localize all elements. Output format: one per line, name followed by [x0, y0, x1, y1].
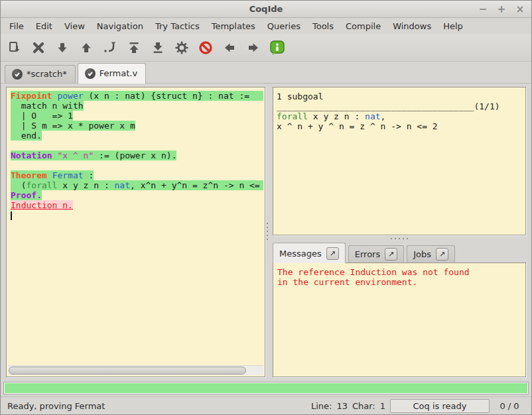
tab-jobs[interactable]: Jobs ↗: [407, 245, 455, 263]
script-pane: Fixpoint power (x n : nat) {struct n} : …: [6, 87, 265, 377]
tab-label: *scratch*: [27, 69, 67, 79]
token: nat: [365, 111, 380, 121]
next-icon[interactable]: [245, 38, 262, 57]
message-tab-bar: Messages ↗ Errors ↗ Jobs ↗: [273, 242, 526, 263]
restart-icon[interactable]: [125, 38, 143, 57]
maximize-button[interactable]: +: [496, 3, 507, 15]
code-line: x ^ n + y ^ n = z ^ n -> n <= 2: [277, 121, 523, 131]
token: "x ^ n": [57, 150, 94, 160]
interrupt-icon[interactable]: [197, 38, 214, 57]
tab-errors[interactable]: Errors ↗: [348, 245, 404, 263]
tab-scratch[interactable]: *scratch*: [5, 65, 76, 83]
menu-windows[interactable]: Windows: [387, 20, 437, 32]
tab-messages[interactable]: Messages ↗: [273, 243, 346, 263]
goto-cursor-icon[interactable]: [101, 38, 119, 57]
line-segment: Theorem Fermat :: [11, 170, 94, 180]
line-segment: | O => 1: [11, 111, 73, 121]
fully-check-icon[interactable]: [173, 38, 190, 57]
previous-icon[interactable]: [221, 38, 238, 57]
window-title: CoqIde: [249, 4, 283, 14]
line-segment: match n with: [11, 101, 84, 111]
token: Fermat: [52, 170, 84, 180]
line-segment: Notation "x ^ n" := (power x n).: [11, 150, 176, 160]
editor-tab-bar: *scratch* Fermat.v: [1, 62, 531, 84]
code-line: (forall x y z n : nat, x^n + y^n = z^n -…: [11, 180, 263, 190]
menu-help[interactable]: Help: [437, 20, 469, 32]
token: forall: [277, 111, 308, 121]
menu-edit[interactable]: Edit: [30, 20, 58, 32]
menu-templates[interactable]: Templates: [206, 20, 261, 32]
token: forall: [26, 180, 57, 190]
goto-end-icon[interactable]: [149, 38, 166, 57]
menu-file[interactable]: File: [3, 20, 30, 32]
progress-zone: [1, 380, 531, 396]
progress-fill: [5, 383, 527, 393]
token: 1 subgoal: [277, 91, 323, 101]
token: , x^n + y^n = z^n -> n <=: [130, 180, 260, 190]
save-icon[interactable]: [6, 38, 23, 57]
code-line: | S m => x * power x m: [11, 121, 263, 131]
char-value: 1: [380, 401, 385, 411]
text-caret: [11, 211, 12, 220]
token: := (power x n).: [94, 150, 176, 160]
code-line: | O => 1: [11, 111, 263, 121]
horizontal-scrollbar[interactable]: [8, 365, 263, 375]
line-segment: [11, 210, 12, 220]
menu-view[interactable]: View: [58, 20, 91, 32]
token: :: [84, 170, 94, 180]
line-segment: end.: [11, 131, 42, 141]
code-line: [11, 160, 263, 170]
token: Proof.: [11, 190, 42, 200]
line-segment: | S m => x * power x m: [11, 121, 135, 131]
menu-compile[interactable]: Compile: [340, 20, 387, 32]
menu-navigation[interactable]: Navigation: [91, 20, 149, 32]
detach-icon[interactable]: ↗: [385, 248, 397, 261]
vertical-splitter[interactable]: [267, 223, 268, 240]
token: Fixpoint: [11, 91, 52, 101]
minimize-button[interactable]: −: [477, 3, 489, 15]
step-backward-icon[interactable]: [78, 38, 95, 57]
token: (1/1): [474, 101, 499, 111]
coq-status: Coq is ready: [390, 399, 490, 413]
scrollbar-thumb[interactable]: [9, 367, 246, 375]
about-icon[interactable]: [269, 38, 286, 57]
line-segment: Induction n.: [11, 200, 73, 210]
token: | O => 1: [11, 111, 73, 121]
menu-tools[interactable]: Tools: [306, 20, 340, 32]
tab-fermat[interactable]: Fermat.v: [78, 63, 146, 84]
code-area[interactable]: Fixpoint power (x n : nat) {struct n} : …: [8, 91, 263, 363]
menu-queries[interactable]: Queries: [261, 20, 306, 32]
token: (x n : nat) {struct n} : nat :=: [84, 91, 249, 101]
line-segment: x ^ n + y ^ n = z ^ n -> n <= 2: [277, 121, 438, 131]
line-label: Line:: [311, 401, 332, 411]
message-line: in the current environment.: [277, 277, 523, 287]
code-line: Proof.: [11, 190, 263, 200]
step-forward-icon[interactable]: [54, 38, 71, 57]
goal-pane: 1 subgoal_______________________________…: [273, 87, 526, 235]
close-button[interactable]: ×: [514, 3, 526, 15]
char-label: Char:: [352, 401, 375, 411]
detach-icon[interactable]: ↗: [326, 247, 339, 260]
tab-check-icon: [85, 68, 96, 79]
tab-label: Errors: [355, 249, 380, 259]
close-icon[interactable]: [30, 38, 47, 57]
job-counter: 0 / 0: [494, 401, 525, 411]
code-line: [11, 210, 263, 220]
title-bar[interactable]: CoqIde − + ×: [1, 1, 531, 18]
status-right: Line: 13 Char: 1 Coq is ready 0 / 0: [311, 399, 525, 413]
tab-label: Jobs: [413, 249, 431, 259]
token: ,: [381, 111, 386, 121]
line-segment: Fixpoint power (x n : nat) {struct n} : …: [11, 91, 249, 101]
token: Notation: [11, 150, 52, 160]
menu-try-tactics[interactable]: Try Tactics: [149, 20, 206, 32]
goal-area: 1 subgoal_______________________________…: [277, 91, 523, 232]
horizontal-splitter[interactable]: [273, 238, 526, 239]
messages-content: The reference Induction was not foundin …: [277, 267, 523, 374]
code-line: 1 subgoal: [277, 91, 523, 101]
status-bar: Ready, proving Fermat Line: 13 Char: 1 C…: [1, 396, 531, 414]
detach-icon[interactable]: ↗: [436, 248, 448, 261]
line-segment: ______________________________________(1…: [277, 101, 500, 111]
code-line: ______________________________________(1…: [277, 101, 523, 111]
tab-check-icon: [12, 69, 23, 80]
token: ______________________________________: [277, 101, 474, 111]
